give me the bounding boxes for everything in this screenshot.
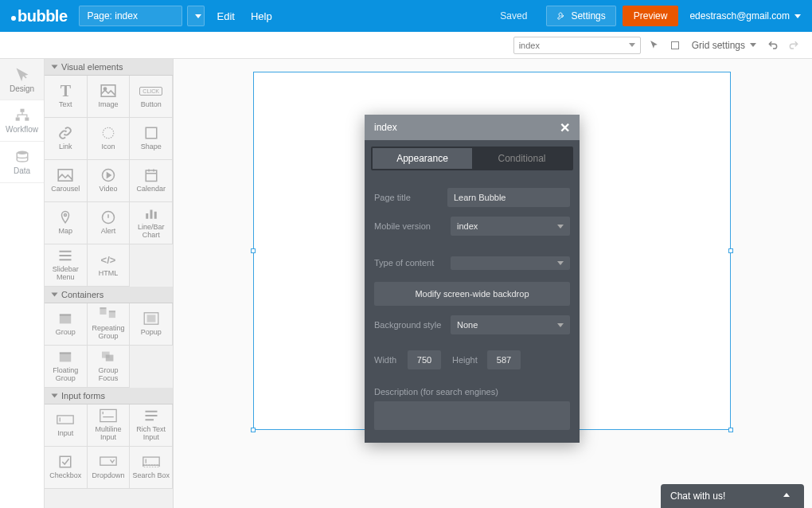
map-icon	[58, 210, 72, 225]
palette-item-slidebar-menu[interactable]: Slidebar Menu	[45, 244, 88, 287]
palette-item-line-bar-chart[interactable]: Line/Bar Chart	[130, 202, 173, 244]
description-label: Description (for search engines)	[374, 387, 570, 397]
svg-rect-8	[146, 127, 157, 139]
palette-item-alert[interactable]: Alert	[88, 202, 131, 244]
resize-handle-left[interactable]	[251, 248, 256, 253]
palette-item-html[interactable]: </>HTML	[88, 244, 131, 287]
description-textarea[interactable]	[374, 401, 570, 430]
undo-icon[interactable]	[764, 37, 782, 54]
palette-item-label: Slidebar Menu	[45, 266, 87, 282]
height-input[interactable]	[487, 350, 521, 369]
mobile-version-label: Mobile version	[374, 221, 451, 231]
palette-item-label: Dropdown	[90, 472, 126, 480]
caret-down-icon	[629, 43, 635, 47]
palette-item-link[interactable]: Link	[45, 118, 88, 160]
palette-section-containers[interactable]: Containers	[45, 287, 173, 303]
nav-design[interactable]: Design	[0, 59, 44, 100]
palette-item-rich-text-input[interactable]: Rich Text Input	[130, 404, 173, 447]
background-style-select[interactable]: None	[451, 315, 570, 334]
palette-item-group[interactable]: Group	[45, 303, 88, 346]
inspector-header[interactable]: index ✕	[365, 115, 580, 140]
logo-dot-icon	[11, 16, 16, 21]
page-selector-label: Page: index	[88, 10, 138, 21]
tab-conditional[interactable]: Conditional	[472, 148, 572, 169]
palette-item-label: Multiline Input	[88, 426, 130, 442]
preview-button[interactable]: Preview	[623, 6, 679, 26]
edit-link[interactable]: Edit	[217, 10, 235, 22]
palette-item-label: Search Box	[131, 472, 171, 480]
tab-appearance[interactable]: Appearance	[373, 148, 472, 169]
redo-icon[interactable]	[785, 37, 802, 54]
rich-text-input-icon	[144, 408, 158, 423]
multiline-input-icon	[100, 408, 117, 423]
palette-item-text[interactable]: TText	[45, 76, 88, 118]
nav-data[interactable]: Data	[0, 142, 44, 183]
left-nav: Design Workflow Data	[0, 59, 45, 508]
caret-down-icon	[557, 225, 564, 229]
html-icon: </>	[101, 252, 116, 267]
background-style-value: None	[457, 320, 478, 330]
caret-icon	[52, 293, 58, 297]
palette-item-map[interactable]: Map	[45, 202, 88, 244]
palette-item-search-box[interactable]: Search Box	[130, 447, 173, 489]
fullscreen-icon[interactable]	[666, 37, 684, 54]
palette-section-visual[interactable]: Visual elements	[45, 59, 173, 76]
page-selector-dropdown[interactable]	[187, 6, 205, 26]
page-selector[interactable]: Page: index	[79, 6, 182, 26]
page-title-input[interactable]	[447, 188, 570, 207]
nav-workflow-label: Workflow	[6, 125, 38, 134]
page-title-label: Page title	[374, 193, 447, 202]
chevron-up-icon	[783, 490, 794, 502]
palette-item-group-focus[interactable]: Group Focus	[88, 346, 131, 388]
palette-item-multiline-input[interactable]: Multiline Input	[88, 404, 131, 447]
palette-section-inputs[interactable]: Input forms	[45, 388, 173, 404]
palette-item-input[interactable]: Input	[45, 404, 88, 447]
height-label: Height	[452, 355, 487, 365]
page-dropdown[interactable]: index	[513, 37, 641, 54]
svg-point-12	[64, 214, 67, 217]
carousel-icon	[57, 168, 73, 182]
palette-item-label: HTML	[97, 270, 120, 278]
resize-handle-br[interactable]	[728, 428, 733, 432]
palette-item-calendar[interactable]: Calendar	[130, 160, 173, 202]
palette-item-video[interactable]: Video	[88, 160, 131, 202]
palette-item-label: Input	[56, 430, 75, 438]
mobile-version-value: index	[457, 221, 478, 231]
mobile-version-select[interactable]: index	[451, 217, 570, 236]
close-icon[interactable]: ✕	[560, 120, 570, 135]
palette-item-carousel[interactable]: Carousel	[45, 160, 88, 202]
grid-settings-dropdown[interactable]: Grid settings	[692, 40, 756, 51]
checkbox-icon	[58, 455, 72, 469]
width-label: Width	[374, 355, 408, 365]
top-bar: bubble Page: index Edit Help Saved Setti…	[0, 0, 812, 32]
caret-down-icon	[557, 261, 564, 265]
user-menu[interactable]: edestrasch@gmail.com	[689, 10, 801, 21]
resize-handle-right[interactable]	[728, 248, 733, 253]
nav-workflow[interactable]: Workflow	[0, 100, 44, 142]
resize-handle-bl[interactable]	[251, 428, 256, 432]
palette-item-shape[interactable]: Shape	[130, 118, 173, 160]
chat-widget[interactable]: Chat with us!	[661, 484, 804, 508]
caret-down-icon	[195, 14, 201, 18]
palette-item-icon[interactable]: Icon	[88, 118, 131, 160]
cursor-icon[interactable]	[646, 37, 663, 54]
svg-rect-18	[147, 315, 155, 322]
palette-item-button[interactable]: CLICKButton	[130, 76, 173, 118]
settings-button[interactable]: Settings	[546, 6, 615, 26]
video-icon	[101, 168, 115, 182]
svg-rect-2	[15, 117, 19, 120]
design-icon	[14, 66, 30, 82]
dropdown-icon	[100, 455, 117, 469]
palette-item-popup[interactable]: Popup	[130, 303, 173, 346]
palette-item-image[interactable]: Image	[88, 76, 131, 118]
svg-rect-11	[146, 170, 157, 182]
width-input[interactable]	[408, 350, 441, 369]
palette-item-dropdown[interactable]: Dropdown	[88, 447, 131, 489]
logo-text: bubble	[18, 7, 68, 25]
type-of-content-select[interactable]	[451, 256, 570, 270]
palette-item-floating-group[interactable]: Floating Group	[45, 346, 88, 388]
palette-item-repeating-group[interactable]: Repeating Group	[88, 303, 131, 346]
modify-backdrop-button[interactable]: Modify screen-wide backdrop	[374, 282, 570, 306]
palette-item-checkbox[interactable]: Checkbox	[45, 447, 88, 489]
help-link[interactable]: Help	[251, 10, 272, 22]
